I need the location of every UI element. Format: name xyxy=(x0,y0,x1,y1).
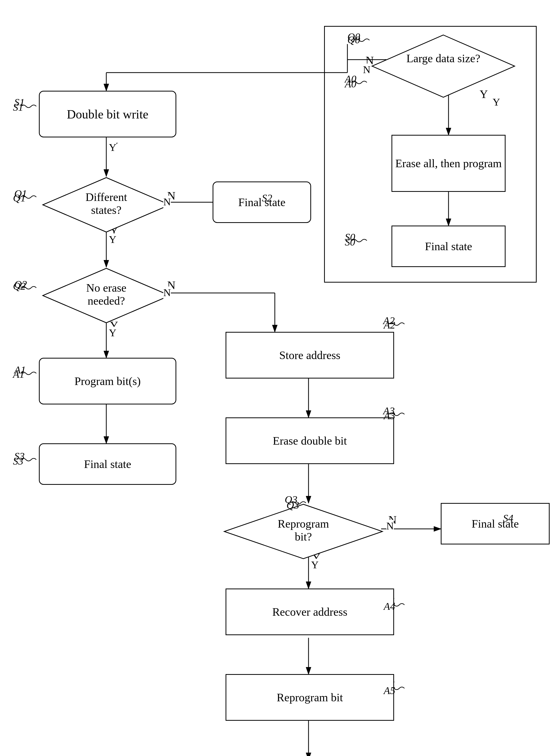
svg-text:Large data size?: Large data size? xyxy=(406,52,480,65)
label-a3: A3 xyxy=(384,410,395,422)
final-state-s0-box: Final state xyxy=(392,225,505,267)
svg-text:needed?: needed? xyxy=(88,295,125,307)
label-a2: A2 xyxy=(384,319,395,331)
label-q3: Q3 xyxy=(286,499,299,511)
label-q1: Q1 xyxy=(13,192,26,204)
svg-text:bit?: bit? xyxy=(295,531,312,543)
y-label-1: Y xyxy=(109,141,116,154)
erase-all-box: Erase all, then program xyxy=(392,135,505,192)
label-s0: S0 xyxy=(345,236,355,248)
y-label-large: Y xyxy=(493,96,500,108)
n-label-no-erase: N xyxy=(163,286,171,299)
svg-marker-26 xyxy=(372,35,515,97)
store-address-box: Store address xyxy=(225,332,394,379)
erase-double-bit-box: Erase double bit xyxy=(225,417,394,464)
y-label-2: Y xyxy=(109,233,116,245)
y-label-3: Y xyxy=(109,327,116,339)
svg-text:No erase: No erase xyxy=(86,282,126,294)
n-label-diff-states: N xyxy=(163,196,171,208)
y-label-reprogram: Y xyxy=(311,559,319,571)
svg-text:Reprogram: Reprogram xyxy=(278,517,329,530)
reprogram-bit-box: Reprogram bit xyxy=(225,674,394,721)
no-erase-needed-diamond-svg: No erase needed? xyxy=(41,267,171,324)
large-data-size-diamond-svg: Large data size? xyxy=(371,34,516,99)
program-bits-box: Program bit(s) xyxy=(39,358,176,404)
double-bit-write-box: Double bit write xyxy=(39,91,176,137)
different-states-diamond-svg: Different states? xyxy=(41,176,171,233)
n-label-large: N xyxy=(363,63,371,76)
flowchart: S1 Double bit write Y Q1 Different state… xyxy=(0,0,560,756)
final-state-s3-box: Final state xyxy=(39,443,176,485)
label-a1: A1 xyxy=(13,368,24,380)
label-a5: A5 xyxy=(384,684,395,697)
svg-text:Different: Different xyxy=(85,191,127,203)
final-state-s4-box: Final state xyxy=(441,503,549,544)
label-q0: Q0 xyxy=(347,34,360,46)
label-s4: S4 xyxy=(503,512,513,524)
n-label-reprogram: N xyxy=(386,520,394,532)
label-s2: S2 xyxy=(262,192,272,204)
reprogram-bit-diamond-svg: Reprogram bit? xyxy=(223,503,384,560)
label-s3: S3 xyxy=(13,455,23,467)
recover-address-box: Recover address xyxy=(225,589,394,635)
svg-text:states?: states? xyxy=(91,204,121,217)
label-a0: A0 xyxy=(345,78,356,90)
label-a4: A4 xyxy=(384,600,395,612)
label-q2: Q2 xyxy=(13,280,26,292)
label-s1: S1 xyxy=(13,101,23,113)
